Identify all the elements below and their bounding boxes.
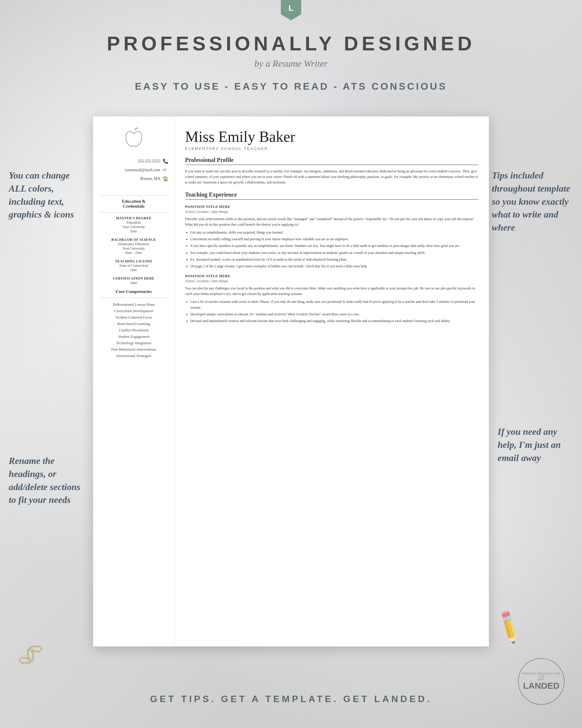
side-right-annotation: Tips included throughout template so you… xyxy=(492,169,573,234)
edu-degree: CERTIFICATION HERE xyxy=(99,276,168,281)
positions-list: POSITION TITLE HERE School, Location | D… xyxy=(185,204,478,324)
side-left-bottom-annotation: Rename the headings, or add/delete secti… xyxy=(9,454,84,506)
bullet-list: I see a lot of teacher resumes with erro… xyxy=(190,299,478,324)
bullet-item: On page 2 of the 2 page resume, I give m… xyxy=(190,263,478,269)
bullet-item: I see a lot of teacher resumes with erro… xyxy=(190,299,478,310)
bottom-tagline: GET TIPS. GET A TEMPLATE. GET LANDED. xyxy=(150,694,432,704)
position-desc: Describe your achievements while in this… xyxy=(185,216,478,228)
position-title: POSITION TITLE HERE xyxy=(185,274,478,278)
badge-letter: L xyxy=(288,3,293,13)
profile-text: If you want to stand out, use this area … xyxy=(185,168,478,185)
resume-card: 555.555.5555 📞 youremail@mail.com ✉ Bost… xyxy=(93,116,489,647)
side-left-text: You can change ALL colors, including tex… xyxy=(9,169,84,221)
main-title: PROFESSIONALLY DESIGNED xyxy=(0,32,582,55)
core-item: Technology Integration xyxy=(99,340,168,346)
edu-field: State of Connecticut xyxy=(99,263,168,268)
edu-date: Date – Date xyxy=(99,251,168,255)
phone-text: 555.555.5555 xyxy=(138,159,160,164)
edu-school: Your University xyxy=(99,225,168,229)
core-items-list: Differentiated Lesson PlansCurriculum De… xyxy=(99,302,168,359)
home-icon: 🏠 xyxy=(163,176,168,182)
education-entry: BACHELOR OF SCIENCE Elementary Education… xyxy=(99,238,168,255)
header-section: PROFESSIONALLY DESIGNED by a Resume Writ… xyxy=(0,20,582,98)
bottom-section: GET TIPS. GET A TEMPLATE. GET LANDED. xyxy=(0,670,582,728)
location-text: Boston, MA xyxy=(140,177,160,181)
resume-sidebar: 555.555.5555 📞 youremail@mail.com ✉ Bost… xyxy=(93,116,175,647)
bullet-item: Developed unique curriculums to educate … xyxy=(190,312,478,317)
resume-name: Miss Emily Baker xyxy=(185,128,478,145)
apple-icon xyxy=(99,125,168,153)
core-item: Conflict Resolution xyxy=(99,327,168,333)
profile-heading: Professional Profile xyxy=(185,157,478,165)
contact-phone: 555.555.5555 📞 xyxy=(99,158,168,164)
edu-field: Elementary Education xyxy=(99,242,168,246)
education-entries: MASTER'S DEGREE Education Your Universit… xyxy=(99,216,168,285)
core-item: Instructional Strategies xyxy=(99,353,168,359)
tagline: EASY TO USE - EASY TO READ - ATS CONSCIO… xyxy=(0,81,582,92)
edu-degree: BACHELOR OF SCIENCE xyxy=(99,238,168,242)
position-entry: POSITION TITLE HERE School, Location | D… xyxy=(185,204,478,269)
contact-section: 555.555.5555 📞 youremail@mail.com ✉ Bost… xyxy=(99,158,168,185)
bullet-item: If you have specific numbers to quantify… xyxy=(190,243,478,249)
bullet-item: Concentrate on really selling yourself a… xyxy=(190,236,478,242)
side-right-text: Tips included throughout template so you… xyxy=(492,169,573,234)
education-heading: Education & Credentials xyxy=(99,199,168,209)
edu-date: Date xyxy=(99,229,168,234)
position-entry: POSITION TITLE HERE School, Location | D… xyxy=(185,274,478,324)
core-heading: Core Competencies xyxy=(99,289,168,294)
sub-title: by a Resume Writer xyxy=(0,58,582,69)
edu-school: Your University xyxy=(99,246,168,251)
edu-field: Education xyxy=(99,220,168,225)
core-item: Curriculum Development xyxy=(99,308,168,314)
edu-date: Date xyxy=(99,281,168,285)
bullet-item: List any accomplishments, skills you acq… xyxy=(190,230,478,235)
position-subtitle: School, Location | Date Range xyxy=(185,279,478,283)
experience-heading: Teaching Experience xyxy=(185,191,478,200)
email-icon: ✉ xyxy=(163,167,168,173)
contact-location: Boston, MA 🏠 xyxy=(99,176,168,182)
education-entry: TEACHING LICENSE State of Connecticut Da… xyxy=(99,259,168,272)
core-item: Student-Centered Focus xyxy=(99,314,168,321)
side-left-annotation: You can change ALL colors, including tex… xyxy=(9,169,84,221)
education-entry: MASTER'S DEGREE Education Your Universit… xyxy=(99,216,168,234)
resume-main: Miss Emily Baker ELEMENTARY SCHOOL TEACH… xyxy=(175,116,489,647)
bullet-item: Ex: Increased student' scores on standar… xyxy=(190,257,478,262)
binder-clip-decoration: 🖇 xyxy=(18,640,44,670)
divider-1 xyxy=(99,195,168,196)
phone-icon: 📞 xyxy=(163,158,168,164)
bullet-item: Devised and implemented creative and rel… xyxy=(190,318,478,324)
divider-3 xyxy=(99,297,168,298)
position-title: POSITION TITLE HERE xyxy=(185,204,478,209)
core-item: Student Engagement xyxy=(99,333,168,340)
resume-job-title: ELEMENTARY SCHOOL TEACHER xyxy=(185,147,478,151)
core-item: Brain-based Learning xyxy=(99,321,168,327)
core-item: Post-Behavioral Interventions xyxy=(99,346,168,353)
edu-date: Date xyxy=(99,268,168,272)
position-subtitle: School, Location | Date Range xyxy=(185,210,478,214)
side-right-bottom-annotation: If you need any help, I'm just an email … xyxy=(498,425,573,464)
divider-2 xyxy=(99,212,168,213)
bullet-item: For example, you could boast about your … xyxy=(190,250,478,256)
contact-email: youremail@mail.com ✉ xyxy=(99,167,168,173)
side-left-bottom-text: Rename the headings, or add/delete secti… xyxy=(9,454,84,506)
bullet-list: List any accomplishments, skills you acq… xyxy=(190,230,478,269)
position-desc: You can also list any challenges you fac… xyxy=(185,286,478,297)
edu-degree: MASTER'S DEGREE xyxy=(99,216,168,220)
education-entry: CERTIFICATION HERE Date xyxy=(99,276,168,285)
email-text: youremail@mail.com xyxy=(125,168,160,173)
core-competencies-section: Core Competencies Differentiated Lesson … xyxy=(99,289,168,359)
edu-degree: TEACHING LICENSE xyxy=(99,259,168,263)
core-item: Differentiated Lesson Plans xyxy=(99,302,168,308)
education-section: Education & Credentials MASTER'S DEGREE … xyxy=(99,199,168,289)
side-right-bottom-text: If you need any help, I'm just an email … xyxy=(498,425,573,464)
